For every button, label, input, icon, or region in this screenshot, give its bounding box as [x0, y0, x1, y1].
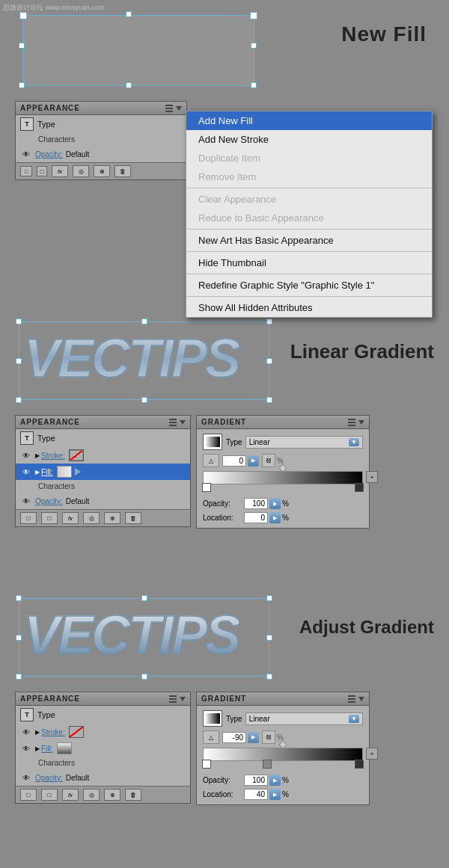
gradient-angle-input-1[interactable]: [222, 455, 246, 467]
gradient-panel-body-2: Type Linear ▼ △ ▶ ⛓ %: [197, 706, 369, 804]
menu-show-hidden[interactable]: Show All Hidden Attributes: [186, 298, 432, 317]
menu-new-art-basic[interactable]: New Art Has Basic Appearance: [186, 231, 432, 250]
ap2-stroke-label[interactable]: Stroke:: [41, 452, 65, 460]
ap2-fx-btn[interactable]: fx: [62, 512, 79, 524]
gradient-opacity-input-1[interactable]: [244, 498, 268, 509]
gradient-stop-left-2[interactable]: [202, 760, 211, 769]
gradient-opacity-stepper-2[interactable]: ▶: [269, 775, 281, 786]
ap2-fill-label[interactable]: Fill:: [41, 468, 53, 476]
gradient-location-label-1: Location:: [203, 514, 244, 522]
menu-duplicate-item: Duplicate Item: [186, 149, 432, 167]
gradient-bar-wrapper-1: +: [203, 471, 363, 484]
opacity-link[interactable]: Opacity:: [35, 150, 63, 158]
ap2-type-row: T Type: [16, 429, 190, 447]
trash-btn[interactable]: 🗑: [114, 165, 131, 177]
gradient-type-label-1: Type: [226, 438, 242, 446]
gradient-grip-icon-1[interactable]: [348, 419, 355, 426]
gradient-opacity-input-2[interactable]: [244, 775, 268, 786]
gradient-menu-arrow-icon-1[interactable]: [358, 420, 364, 425]
new-fill-title: New Fill: [341, 22, 427, 46]
gradient-chain-icon-2[interactable]: ⛓: [262, 730, 275, 744]
ap3-fill-label[interactable]: Fill:: [41, 745, 53, 753]
gradient-location-input-1[interactable]: [244, 512, 268, 523]
ap3-dup-btn[interactable]: ⊕: [104, 789, 120, 801]
gradient-type-select-1[interactable]: Linear ▼: [245, 436, 363, 449]
titlebar-icons: [165, 105, 182, 112]
ap3-fx-btn[interactable]: fx: [62, 789, 79, 801]
gradient-add-stop-1[interactable]: +: [366, 471, 378, 483]
ap2-bottom-bar: □ □ fx ◎ ⊕ 🗑: [16, 509, 190, 526]
ap3-style-btn[interactable]: □: [20, 789, 37, 801]
fx-btn[interactable]: fx: [52, 165, 68, 177]
gradient-angle-stepper-1[interactable]: ▶: [248, 455, 259, 467]
new-graphic-style-btn[interactable]: □: [20, 166, 32, 176]
panel-grip-icon-3[interactable]: [169, 695, 177, 703]
gradient-location-stepper-2[interactable]: ▶: [269, 789, 281, 800]
ap3-sq-btn[interactable]: □: [41, 789, 58, 801]
ap3-opacity-eye-icon[interactable]: 👁: [20, 772, 32, 784]
gradient-type-arrow-2[interactable]: ▼: [349, 715, 359, 723]
ap3-opacity-label[interactable]: Opacity:: [35, 774, 63, 782]
linear-gradient-title: Linear Gradient: [290, 340, 434, 363]
ap2-fill-eye-icon[interactable]: 👁: [20, 466, 32, 478]
ap2-opacity-value: Default: [66, 497, 90, 505]
ap2-opacity-eye-icon[interactable]: 👁: [20, 495, 32, 507]
menu-add-new-stroke[interactable]: Add New Stroke: [186, 130, 432, 149]
ap2-stroke-eye-icon[interactable]: 👁: [20, 449, 32, 461]
gradient-stop-left-1[interactable]: [202, 483, 211, 492]
gradient-add-stop-2[interactable]: +: [366, 748, 378, 760]
adj-handle-bl: [16, 674, 22, 680]
ap2-opacity-label[interactable]: Opacity:: [35, 497, 63, 505]
gradient-location-stepper-1[interactable]: ▶: [269, 512, 281, 523]
menu-divider-1: [186, 188, 432, 188]
ap2-eye-btn[interactable]: ◎: [83, 512, 100, 524]
panel-grip-icon-2[interactable]: [169, 419, 177, 426]
gradient-grip-icon-2[interactable]: [348, 695, 355, 703]
ap3-trash-btn[interactable]: 🗑: [125, 789, 141, 801]
opacity-value: Default: [66, 150, 90, 158]
gradient-chain-icon-1[interactable]: ⛓: [262, 454, 275, 467]
gradient-type-arrow-1[interactable]: ▼: [349, 438, 359, 446]
ap3-type-label: Type: [37, 710, 55, 719]
ap3-stroke-label[interactable]: Stroke:: [41, 728, 65, 736]
gradient-location-input-2[interactable]: [244, 789, 268, 800]
gradient-angle-stepper-2[interactable]: ▶: [248, 732, 259, 743]
ap2-trash-btn[interactable]: 🗑: [125, 512, 141, 524]
handle-right-mid: [251, 43, 257, 49]
gradient-angle-input-2[interactable]: [222, 732, 246, 743]
gradient-stop-right-2[interactable]: [355, 760, 364, 769]
gradient-stop-mid-2[interactable]: [263, 760, 272, 769]
panel-menu-arrow-icon[interactable]: [176, 106, 182, 111]
gradient-titlebar-icons-1: [348, 419, 364, 426]
menu-hide-thumbnail[interactable]: Hide Thumbnail: [186, 253, 432, 272]
ap2-sq-btn[interactable]: □: [41, 512, 58, 524]
section-adjust-gradient: VECTIPS Adjust Gradient APPEARANCE T Typ…: [0, 591, 449, 868]
ap2-fill-row: 👁 ▶ Fill:: [16, 464, 190, 480]
vectips-text-adjust: VECTIPS: [24, 604, 239, 665]
square-btn[interactable]: □: [37, 166, 47, 176]
handle-tl: [16, 318, 22, 324]
ap2-style-btn[interactable]: □: [20, 512, 37, 524]
panel-menu-arrow-icon-2[interactable]: [180, 420, 186, 425]
gradient-location-label-2: Location:: [203, 790, 244, 798]
gradient-opacity-stepper-1[interactable]: ▶: [269, 498, 281, 509]
panel-grip-icon[interactable]: [165, 105, 173, 112]
dup-btn[interactable]: ⊕: [94, 165, 110, 177]
eye-btn[interactable]: ◎: [73, 165, 89, 177]
gradient-type-select-2[interactable]: Linear ▼: [245, 712, 363, 725]
ap2-dup-btn[interactable]: ⊕: [104, 512, 120, 524]
gradient-bar-wrapper-2: +: [203, 748, 363, 761]
gradient-stop-right-1[interactable]: [355, 483, 364, 492]
ap3-fill-eye-icon[interactable]: 👁: [20, 742, 32, 754]
panel-menu-arrow-icon-3[interactable]: [180, 697, 186, 701]
ap3-type-row: T Type: [16, 706, 190, 724]
adj-handle-tr: [266, 595, 272, 601]
gradient-menu-arrow-icon-2[interactable]: [358, 697, 364, 701]
handle-bl: [16, 397, 22, 403]
menu-add-new-fill[interactable]: Add New Fill: [186, 111, 432, 130]
menu-redefine-graphic-style[interactable]: Redefine Graphic Style "Graphic Style 1": [186, 276, 432, 295]
ap3-characters-row: Characters: [16, 757, 190, 769]
ap3-stroke-eye-icon[interactable]: 👁: [20, 726, 32, 738]
ap3-eye-btn[interactable]: ◎: [83, 789, 100, 801]
eye-icon[interactable]: 👁: [20, 148, 32, 160]
